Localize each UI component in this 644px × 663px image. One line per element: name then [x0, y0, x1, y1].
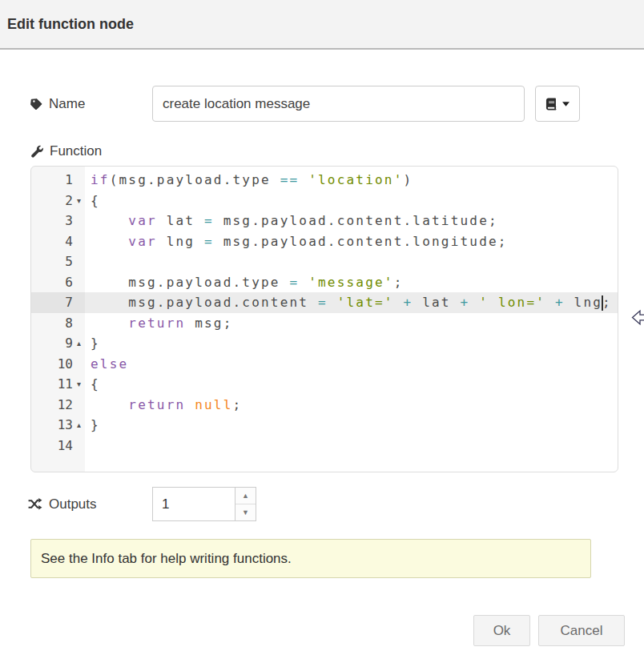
line-number: 1	[31, 170, 85, 191]
code-token: else	[91, 356, 128, 372]
fold-close-icon[interactable]: ▴	[73, 333, 85, 354]
code-token: lng	[565, 295, 602, 310]
code-token: ;	[233, 397, 243, 412]
line-number: 11▾	[31, 374, 85, 395]
code-token: +	[461, 295, 470, 310]
code-token	[469, 295, 479, 310]
cancel-button[interactable]: Cancel	[538, 615, 625, 646]
line-number: 2▾	[31, 191, 85, 211]
code-token: msg.payload.type	[91, 275, 290, 290]
book-icon	[545, 98, 557, 110]
code-line[interactable]: 9▴}	[31, 333, 618, 354]
code-token	[91, 234, 128, 249]
line-number: 4	[31, 231, 85, 252]
code-line[interactable]: 1if(msg.payload.type == 'location')	[31, 170, 618, 191]
code-line[interactable]: 14	[31, 436, 618, 456]
code-text[interactable]: {	[85, 191, 618, 211]
code-token: var	[128, 234, 157, 249]
code-token: }	[91, 417, 100, 432]
mouse-pointer-left-icon	[631, 309, 644, 330]
code-text[interactable]: msg.payload.type = 'message';	[85, 272, 618, 293]
code-token: msg.payload.content.latitude;	[214, 213, 498, 228]
line-number: 14	[31, 436, 85, 456]
spinner-buttons: ▲ ▼	[235, 488, 256, 520]
dialog-button-bar: Ok Cancel	[0, 615, 625, 646]
code-token: lat	[413, 295, 460, 310]
outputs-field-row: Outputs ▲ ▼	[28, 487, 644, 521]
code-text[interactable]: }	[85, 333, 618, 354]
code-token: =	[204, 213, 214, 228]
arrow-down-icon: ▼	[242, 508, 249, 516]
shuffle-icon	[28, 498, 42, 510]
code-line[interactable]: 7 msg.payload.content = 'lat=' + lat + '…	[31, 292, 618, 313]
code-token	[299, 172, 308, 187]
line-number: 10	[31, 354, 85, 375]
line-number: 6	[31, 272, 85, 293]
fold-open-icon[interactable]: ▾	[73, 374, 85, 395]
outputs-label: Outputs	[49, 496, 97, 512]
code-editor[interactable]: 1if(msg.payload.type == 'location')2▾{3 …	[30, 166, 618, 472]
spinner-up-button[interactable]: ▲	[235, 488, 256, 504]
caret-down-icon	[562, 102, 570, 106]
code-line[interactable]: 13▴}	[31, 415, 618, 436]
line-number: 3	[31, 211, 85, 231]
code-token	[91, 213, 128, 228]
code-text[interactable]	[85, 436, 618, 456]
code-text[interactable]: var lng = msg.payload.content.longitude;	[85, 231, 618, 252]
code-text[interactable]: }	[85, 415, 618, 436]
function-label-group: Function	[30, 143, 102, 159]
code-line[interactable]: 3 var lat = msg.payload.content.latitude…	[31, 211, 618, 231]
code-token	[328, 295, 337, 310]
code-token: 'lat='	[337, 295, 394, 310]
code-line[interactable]: 6 msg.payload.type = 'message';	[31, 272, 618, 293]
code-token: =	[290, 275, 300, 290]
line-number: 9▴	[31, 333, 85, 354]
name-field-row: Name	[30, 86, 644, 122]
code-token: var	[128, 213, 157, 228]
code-text[interactable]: return null;	[85, 395, 618, 416]
ok-button[interactable]: Ok	[473, 615, 530, 646]
function-label: Function	[50, 143, 102, 159]
code-token	[91, 315, 128, 331]
tag-icon	[30, 98, 42, 110]
code-token: 'location'	[308, 172, 403, 187]
code-line[interactable]: 5	[31, 251, 618, 272]
code-text[interactable]: if(msg.payload.type == 'location')	[85, 170, 618, 191]
code-token: =	[204, 234, 214, 249]
code-token: 'message'	[308, 275, 394, 290]
code-token: (msg.payload.type	[110, 172, 280, 187]
code-token: msg.payload.content	[91, 295, 318, 310]
code-text[interactable]	[85, 251, 618, 272]
fold-close-icon[interactable]: ▴	[73, 415, 85, 436]
code-token: return	[128, 315, 185, 331]
code-line[interactable]: 11▾{	[31, 374, 618, 395]
function-label-row: Function	[30, 143, 644, 159]
code-token: if	[91, 172, 110, 187]
code-token: +	[555, 295, 565, 310]
code-token: ==	[280, 172, 300, 187]
code-token	[299, 275, 308, 290]
line-number: 13▴	[31, 415, 85, 436]
code-text[interactable]: {	[85, 374, 618, 395]
spinner-down-button[interactable]: ▼	[235, 504, 256, 520]
outputs-input[interactable]	[153, 488, 235, 520]
library-button[interactable]	[535, 86, 580, 122]
code-token: ' lon='	[479, 295, 545, 310]
dialog-header: Edit function node	[0, 0, 644, 50]
code-line[interactable]: 10else	[31, 354, 618, 375]
code-line[interactable]: 12 return null;	[31, 395, 618, 416]
line-number: 8	[31, 313, 85, 334]
code-text[interactable]: return msg;	[85, 313, 618, 334]
code-line[interactable]: 2▾{	[31, 191, 618, 211]
name-input[interactable]	[152, 86, 525, 122]
code-text[interactable]: var lat = msg.payload.content.latitude;	[85, 211, 618, 231]
info-tip-box: See the Info tab for help writing functi…	[30, 539, 591, 578]
code-line[interactable]: 4 var lng = msg.payload.content.longitud…	[31, 231, 618, 252]
fold-open-icon[interactable]: ▾	[73, 191, 85, 211]
code-text[interactable]: msg.payload.content = 'lat=' + lat + ' l…	[85, 292, 618, 313]
code-line[interactable]: 8 return msg;	[31, 313, 618, 334]
code-text[interactable]: else	[85, 354, 618, 375]
code-token: null	[195, 397, 232, 412]
outputs-label-group: Outputs	[28, 496, 152, 512]
code-token: ;	[394, 275, 404, 290]
